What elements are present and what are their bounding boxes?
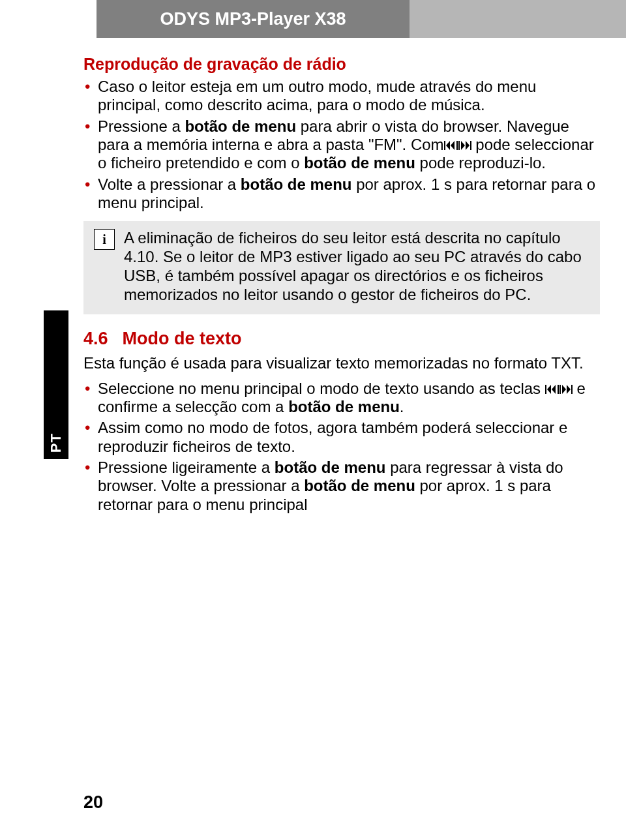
info-icon: i <box>94 229 115 250</box>
svg-rect-8 <box>545 385 546 394</box>
bullet-text: Volte a pressionar a <box>98 175 241 193</box>
svg-marker-1 <box>446 141 450 150</box>
list-item: Assim como no modo de fotos, agora també… <box>83 419 600 456</box>
section-intro: Esta função é usada para visualizar text… <box>83 354 600 372</box>
bold-text: botão de menu <box>185 117 296 135</box>
svg-rect-12 <box>559 385 561 394</box>
section-title-radio: Reprodução de gravação de rádio <box>83 55 600 74</box>
bullet-text: Assim como no modo de fotos, agora també… <box>98 419 567 455</box>
bullet-text: Pressione ligeiramente a <box>98 458 275 476</box>
list-item: Pressione a botão de menu para abrir o v… <box>83 117 600 173</box>
info-text: A eliminação de ficheiros do seu leitor … <box>124 229 589 304</box>
header-title-tab: ODYS MP3-Player X38 <box>97 0 410 38</box>
svg-rect-11 <box>558 385 559 394</box>
language-tab: PT <box>44 310 68 459</box>
bold-text: botão de menu <box>304 477 415 494</box>
bullet-text: Seleccione no menu principal o modo de t… <box>98 380 545 397</box>
text-mode-bullets: Seleccione no menu principal o modo de t… <box>83 380 600 514</box>
section-title: Modo de texto <box>123 329 242 349</box>
page-number: 20 <box>83 792 103 813</box>
radio-bullets: Caso o leitor esteja em um outro modo, m… <box>83 78 600 212</box>
prev-next-icon <box>545 383 573 395</box>
svg-marker-10 <box>552 385 556 394</box>
svg-marker-2 <box>451 141 455 150</box>
bold-text: botão de menu <box>241 175 352 193</box>
list-item: Caso o leitor esteja em um outro modo, m… <box>83 78 600 115</box>
svg-rect-4 <box>458 141 460 150</box>
language-code: PT <box>48 433 65 453</box>
svg-marker-9 <box>547 385 551 394</box>
bullet-text: . <box>400 398 404 415</box>
list-item: Seleccione no menu principal o modo de t… <box>83 380 600 417</box>
bullet-text: Pressione a <box>98 117 185 135</box>
svg-rect-3 <box>456 141 458 150</box>
svg-marker-14 <box>567 385 571 394</box>
svg-rect-0 <box>444 141 445 150</box>
bold-text: botão de menu <box>288 398 400 415</box>
svg-marker-6 <box>466 141 470 150</box>
header-title: ODYS MP3-Player X38 <box>160 9 346 29</box>
section-heading-4-6: 4.6 Modo de texto <box>83 329 600 349</box>
prev-next-icon <box>444 140 471 151</box>
bullet-text: pode reproduzi-lo. <box>415 154 546 172</box>
section-number: 4.6 <box>83 329 108 349</box>
list-item: Volte a pressionar a botão de menu por a… <box>83 175 600 213</box>
info-callout: i A eliminação de ficheiros do seu leito… <box>83 221 600 314</box>
bullet-text: Caso o leitor esteja em um outro modo, m… <box>98 78 536 113</box>
svg-marker-13 <box>562 385 566 394</box>
list-item: Pressione ligeiramente a botão de menu p… <box>83 458 600 514</box>
bold-text: botão de menu <box>304 154 415 172</box>
svg-marker-5 <box>461 141 465 150</box>
bold-text: botão de menu <box>275 458 386 476</box>
content-area: Reprodução de gravação de rádio Caso o l… <box>83 51 600 517</box>
